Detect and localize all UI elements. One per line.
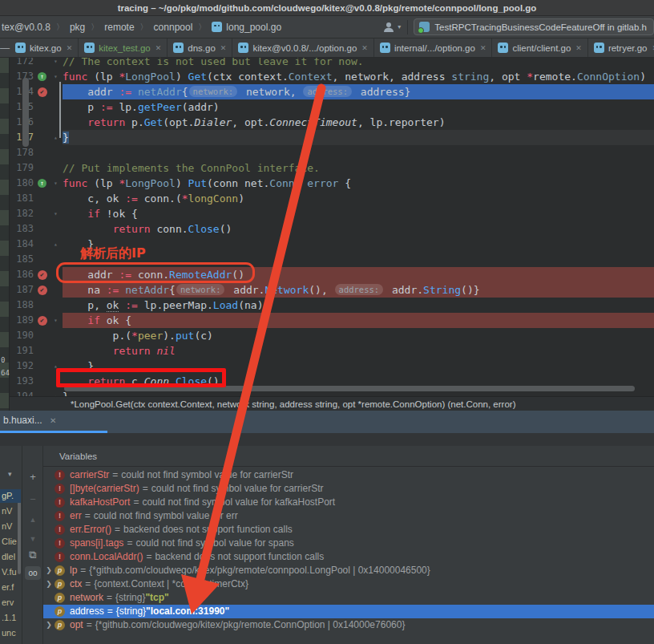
- debug-console-tab[interactable]: b.huaxi... ✕: [3, 415, 56, 426]
- code-text[interactable]: if !ok {: [63, 206, 654, 221]
- editor-gutter[interactable]: 184▴: [10, 237, 63, 252]
- tab-list-menu-icon[interactable]: —: [0, 38, 10, 57]
- line-number[interactable]: 188: [10, 298, 35, 313]
- code-text[interactable]: return p.Get(opt.Dialer, opt.ConnectTime…: [63, 115, 654, 130]
- code-text[interactable]: p.(*peer).put(c): [63, 328, 654, 343]
- editor-gutter[interactable]: 179: [10, 160, 63, 176]
- remove-icon[interactable]: −: [22, 491, 43, 507]
- breakpoint-gutter-slot[interactable]: ✔: [35, 282, 49, 298]
- gutter-icon-slot[interactable]: [35, 191, 49, 206]
- gutter-icon-slot[interactable]: [35, 145, 49, 160]
- line-number[interactable]: 181: [10, 191, 35, 206]
- fold-end-icon[interactable]: ▴: [54, 130, 58, 145]
- frame-item[interactable]: erv: [0, 596, 21, 610]
- gutter-icon-slot[interactable]: ↑: [35, 69, 49, 84]
- code-text[interactable]: }: [63, 358, 654, 374]
- editor-gutter[interactable]: 190: [10, 328, 63, 343]
- close-icon[interactable]: ✕: [220, 44, 227, 52]
- gutter-icon-slot[interactable]: [35, 328, 49, 343]
- move-up-icon[interactable]: ▲: [22, 512, 43, 528]
- code-text[interactable]: return conn.Close(): [63, 221, 654, 237]
- fold-marker-slot[interactable]: ▴: [49, 389, 63, 396]
- line-number[interactable]: 191: [10, 343, 35, 358]
- gutter-icon-slot[interactable]: [35, 237, 49, 252]
- breadcrumb-item[interactable]: remote: [104, 22, 134, 33]
- close-icon[interactable]: ✕: [50, 416, 56, 425]
- editor-gutter[interactable]: 193: [10, 374, 63, 389]
- fold-marker-slot[interactable]: [49, 160, 63, 176]
- expand-chevron-icon[interactable]: ❯: [43, 618, 54, 632]
- fold-end-icon[interactable]: ▴: [54, 389, 58, 396]
- gutter-icon-slot[interactable]: [35, 374, 49, 389]
- frame-item[interactable]: Clie: [0, 535, 21, 549]
- line-number[interactable]: 180: [10, 176, 35, 191]
- breakpoint-gutter-slot[interactable]: ✔: [35, 313, 49, 328]
- gutter-icon-slot[interactable]: [35, 58, 49, 69]
- fold-marker-slot[interactable]: ▴: [49, 237, 63, 252]
- fold-marker-slot[interactable]: ▾: [49, 58, 63, 69]
- editor-gutter[interactable]: 172▾: [10, 58, 63, 69]
- gutter-icon-slot[interactable]: [35, 115, 49, 130]
- fold-marker-slot[interactable]: [49, 267, 63, 282]
- gutter-icon-slot[interactable]: [35, 389, 49, 396]
- fold-collapse-icon[interactable]: ▾: [54, 176, 58, 191]
- fold-collapse-icon[interactable]: ▾: [54, 206, 58, 221]
- gutter-icon-slot[interactable]: [35, 358, 49, 374]
- fold-end-icon[interactable]: ▴: [54, 237, 58, 252]
- editor-tab[interactable]: kitex_test.go✕: [79, 38, 168, 57]
- fold-marker-slot[interactable]: ▾: [49, 176, 63, 191]
- variable-row[interactable]: pnetwork={string} "tcp": [43, 591, 654, 605]
- line-number[interactable]: 182: [10, 206, 35, 221]
- close-icon[interactable]: ✕: [575, 44, 582, 52]
- editor-gutter[interactable]: 183: [10, 221, 63, 237]
- close-icon[interactable]: ✕: [67, 44, 73, 52]
- breakpoint-gutter-slot[interactable]: ✔: [35, 267, 49, 282]
- editor-tab[interactable]: kitex.go✕: [10, 38, 79, 57]
- implements-method-icon[interactable]: ↑: [38, 72, 46, 81]
- fold-collapse-icon[interactable]: ▾: [54, 58, 58, 69]
- editor-gutter[interactable]: 189✔▾: [10, 313, 63, 328]
- editor-gutter[interactable]: 194▴: [10, 389, 63, 396]
- line-number[interactable]: 187: [10, 282, 35, 298]
- fold-marker-slot[interactable]: [49, 145, 63, 160]
- line-number[interactable]: 183: [10, 221, 35, 237]
- breakpoint-verified-icon[interactable]: ✔: [38, 286, 47, 295]
- breakpoint-verified-icon[interactable]: ✔: [38, 316, 47, 326]
- fold-marker-slot[interactable]: [49, 191, 63, 206]
- line-number[interactable]: 178: [10, 145, 35, 160]
- gutter-icon-slot[interactable]: [35, 221, 49, 237]
- frame-item[interactable]: nV: [0, 504, 21, 518]
- line-number[interactable]: 185: [10, 252, 35, 267]
- line-number[interactable]: 193: [10, 374, 35, 389]
- code-text[interactable]: }: [63, 130, 654, 145]
- code-text[interactable]: }: [63, 237, 654, 252]
- line-number[interactable]: 194: [10, 389, 35, 396]
- frame-item[interactable]: er.f: [0, 581, 21, 594]
- editor-tab[interactable]: client/client.go✕: [492, 38, 587, 57]
- gutter-icon-slot[interactable]: [35, 206, 49, 221]
- editor-gutter[interactable]: 176: [10, 115, 63, 130]
- panel-scrollbar-thumb[interactable]: [22, 78, 29, 147]
- line-number[interactable]: 184: [10, 237, 35, 252]
- gutter-icon-slot[interactable]: ↑: [35, 176, 49, 191]
- frame-item[interactable]: .1.1: [0, 611, 21, 625]
- fold-end-icon[interactable]: ▴: [54, 358, 58, 374]
- fold-collapse-icon[interactable]: ▾: [54, 313, 58, 328]
- editor-gutter[interactable]: 173↑▾: [10, 69, 63, 84]
- breadcrumb-item[interactable]: long_pool.go: [212, 22, 281, 33]
- code-editor[interactable]: 172▾// The context is not used but leave…: [10, 58, 654, 396]
- editor-gutter[interactable]: 181: [10, 191, 63, 206]
- code-text[interactable]: na := netAddr{network: addr.Network(), a…: [63, 282, 654, 298]
- run-configuration-select[interactable]: TestRPCTracingBusinessCodeFeatureOff in …: [414, 18, 654, 35]
- code-text[interactable]: func (lp *LongPool) Get(ctx context.Cont…: [63, 69, 654, 84]
- editor-gutter[interactable]: 191: [10, 343, 63, 358]
- move-down-icon[interactable]: ▼: [22, 531, 43, 547]
- frame-item[interactable]: gP.: [0, 489, 21, 503]
- editor-gutter[interactable]: 185: [10, 252, 63, 267]
- copy-icon[interactable]: ⧉: [22, 547, 43, 563]
- code-text[interactable]: // Put implements the ConnPool interface…: [63, 160, 654, 176]
- fold-marker-slot[interactable]: ▾: [49, 313, 63, 328]
- breakpoint-verified-icon[interactable]: ✔: [38, 87, 47, 97]
- expand-chevron-icon[interactable]: ❯: [43, 564, 54, 577]
- watch-glasses-icon[interactable]: oo: [25, 566, 41, 580]
